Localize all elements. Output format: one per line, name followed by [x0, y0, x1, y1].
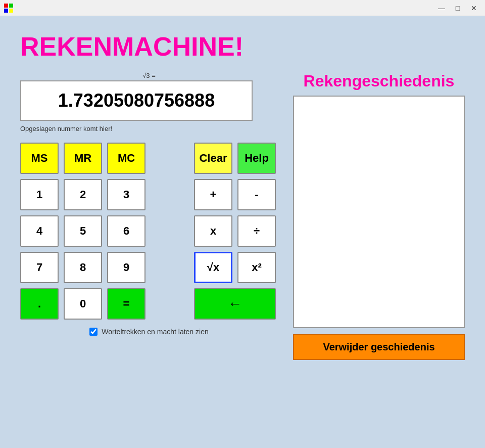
- svg-rect-0: [4, 4, 8, 8]
- right-panel: Rekengeschiedenis Verwijder geschiedenis: [293, 72, 465, 360]
- checkbox-row: Worteltrekken en macht laten zien: [20, 328, 278, 336]
- dot-button[interactable]: .: [20, 288, 59, 320]
- memory-label: Opgeslagen nummer komt hier!: [20, 125, 278, 132]
- backspace-button[interactable]: ←: [194, 288, 276, 320]
- titlebar-controls: — □ ✕: [434, 3, 481, 13]
- minimize-button[interactable]: —: [434, 3, 449, 13]
- row-memory: MS MR MC Clear Help: [20, 143, 278, 174]
- row-123: 1 2 3 + -: [20, 179, 278, 210]
- display-label: √3 =: [20, 72, 278, 79]
- btn-2[interactable]: 2: [64, 179, 102, 210]
- btn-1[interactable]: 1: [20, 179, 59, 210]
- multiply-button[interactable]: x: [194, 215, 232, 247]
- plus-button[interactable]: +: [194, 179, 232, 210]
- row-456: 4 5 6 x ÷: [20, 215, 278, 247]
- square-button[interactable]: x²: [237, 252, 276, 283]
- btn-9[interactable]: 9: [107, 252, 146, 283]
- row-789: 7 8 9 √x x²: [20, 252, 278, 283]
- maximize-button[interactable]: □: [451, 3, 465, 13]
- svg-rect-3: [9, 9, 13, 13]
- main-content: REKENMACHINE! √3 = 1.73205080756888 Opge…: [0, 16, 485, 448]
- app-title: REKENMACHINE!: [20, 31, 465, 62]
- mr-button[interactable]: MR: [64, 143, 102, 174]
- history-box: [293, 96, 465, 328]
- ms-button[interactable]: MS: [20, 143, 59, 174]
- sqrt-button[interactable]: √x: [194, 252, 232, 283]
- row-dot0eq: . 0 = ←: [20, 288, 278, 320]
- display-box: 1.73205080756888: [20, 80, 253, 121]
- btn-5[interactable]: 5: [64, 215, 102, 247]
- mc-button[interactable]: MC: [107, 143, 146, 174]
- titlebar: — □ ✕: [0, 0, 485, 16]
- titlebar-left: [4, 4, 13, 13]
- left-panel: √3 = 1.73205080756888 Opgeslagen nummer …: [20, 72, 278, 360]
- svg-rect-2: [4, 9, 8, 13]
- app-icon: [4, 4, 13, 13]
- display-value: 1.73205080756888: [58, 90, 215, 111]
- btn-8[interactable]: 8: [64, 252, 102, 283]
- minus-button[interactable]: -: [237, 179, 276, 210]
- btn-4[interactable]: 4: [20, 215, 59, 247]
- checkbox-label: Worteltrekken en macht laten zien: [102, 328, 208, 336]
- sqrt-display-checkbox[interactable]: [89, 328, 98, 336]
- close-button[interactable]: ✕: [467, 3, 481, 13]
- help-button[interactable]: Help: [237, 143, 276, 174]
- btn-0[interactable]: 0: [64, 288, 102, 320]
- buttons-area: MS MR MC Clear Help 1 2 3 + -: [20, 143, 278, 320]
- clear-button[interactable]: Clear: [194, 143, 232, 174]
- equals-button[interactable]: =: [107, 288, 146, 320]
- content-area: √3 = 1.73205080756888 Opgeslagen nummer …: [20, 72, 465, 360]
- history-title: Rekengeschiedenis: [293, 72, 465, 91]
- btn-7[interactable]: 7: [20, 252, 59, 283]
- svg-rect-1: [9, 4, 13, 8]
- delete-history-button[interactable]: Verwijder geschiedenis: [293, 334, 465, 360]
- btn-3[interactable]: 3: [107, 179, 146, 210]
- divide-button[interactable]: ÷: [237, 215, 276, 247]
- btn-6[interactable]: 6: [107, 215, 146, 247]
